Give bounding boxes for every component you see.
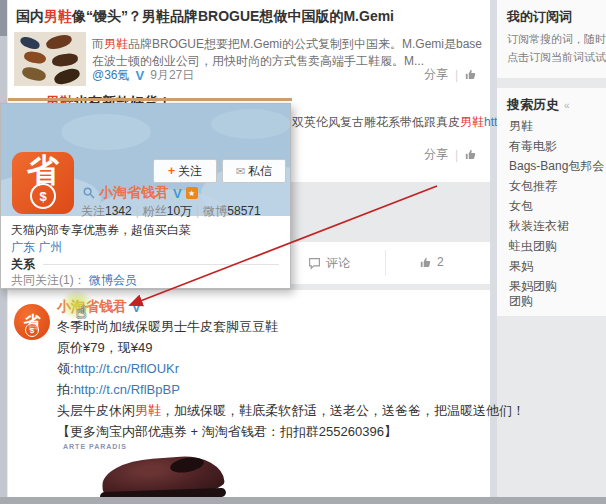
history-item[interactable]: 团购	[509, 293, 533, 310]
divider: |	[136, 204, 139, 218]
post1-date: 9月27日	[150, 67, 194, 84]
subscription-box: 我的订阅词 订阅常搜的词，随时跟踪 点击订阅当前词试试吧。	[497, 0, 606, 78]
thumbs-up-icon[interactable]	[465, 68, 478, 81]
clear-history-icon[interactable]: «	[564, 100, 570, 111]
history-item[interactable]: Bags-Bang包邦会	[509, 158, 604, 175]
post1-meta: @36氪 V 9月27日	[92, 67, 194, 84]
post2-actions: 分享 |	[424, 146, 478, 163]
mutual-follow-row: 共同关注(1)： 微博会员	[11, 272, 137, 289]
subscription-title: 我的订阅词	[507, 8, 572, 26]
avatar[interactable]: 省 $	[14, 304, 50, 340]
divider	[43, 264, 279, 265]
profile-avatar[interactable]: 省 $	[12, 152, 74, 214]
post3-line2: 原价¥79，现¥49	[57, 339, 152, 357]
stat-fans-value[interactable]: 10万	[167, 204, 192, 218]
verified-icon: V	[132, 300, 141, 315]
search-history-header: 搜索历史 «	[507, 96, 570, 114]
history-item[interactable]: 秋装连衣裙	[509, 218, 569, 235]
shoe-shape	[19, 35, 41, 51]
coupon-link[interactable]: http://t.cn/RflOUKr	[74, 361, 179, 376]
profile-location-link[interactable]: 广东 广州	[11, 239, 62, 256]
follow-button[interactable]: + 关注	[153, 159, 217, 183]
shoe-shape	[45, 33, 73, 51]
relation-section-header: 关系	[11, 256, 279, 273]
post3-line5-highlight: 男鞋	[135, 403, 161, 418]
thumbs-up-icon[interactable]	[465, 148, 478, 161]
stat-follow-value[interactable]: 1342	[105, 204, 132, 218]
profile-popup-card: 省 $ + 关注 ✉ 私信 小淘省钱君 V ★ 关注1342|粉丝10万|微博5…	[0, 103, 291, 289]
stat-fans-label: 粉丝	[143, 204, 167, 218]
history-item[interactable]: 女包推荐	[509, 178, 557, 195]
shoe-shape	[21, 65, 47, 82]
post2-body-highlight: 男鞋	[460, 115, 484, 129]
post1-title-pre: 国内	[16, 8, 44, 24]
history-item[interactable]: 女包	[509, 198, 533, 215]
avatar-glyph: 省	[27, 154, 59, 186]
post1-share-button[interactable]: 分享	[424, 66, 448, 83]
shoe-shape	[23, 50, 47, 65]
post1-author-link[interactable]: @36氪	[92, 67, 130, 84]
subscription-note-line2: 点击订阅当前词试试吧。	[507, 50, 606, 65]
divider	[385, 250, 386, 276]
divider: |	[455, 68, 458, 82]
dollar-icon: $	[25, 323, 39, 337]
post2-body-pre: 双英伦风复古雕花系带低跟真皮	[292, 115, 460, 129]
mouse-cursor-icon: ☝	[76, 302, 86, 323]
highlight-divider	[8, 98, 292, 101]
follow-label: 关注	[178, 163, 202, 180]
mutual-follow-link[interactable]: 微博会员	[89, 273, 137, 287]
post-card-1: 国内男鞋像“馒头”？男鞋品牌BROGUE想做中国版的M.Gemi 而男鞋品牌BR…	[8, 0, 490, 92]
profile-username-link[interactable]: 小淘省钱君	[99, 184, 169, 202]
thumbs-up-icon	[420, 256, 433, 269]
private-message-button[interactable]: ✉ 私信	[222, 159, 286, 183]
search-history-box: 搜索历史 « 男鞋 有毒电影 Bags-Bang包邦会 女包推荐 女包 秋装连衣…	[497, 88, 606, 316]
page: 国内男鞋像“馒头”？男鞋品牌BROGUE想做中国版的M.Gemi 而男鞋品牌BR…	[0, 0, 606, 504]
post3-line5-pre: 头层牛皮休闲	[57, 403, 135, 418]
cloud-shape	[61, 114, 151, 150]
post1-actions: 分享 |	[424, 66, 478, 83]
comment-label: 评论	[326, 255, 350, 272]
brand-watermark: ARTE PARADIS	[63, 443, 127, 450]
envelope-icon: ✉	[236, 165, 245, 178]
history-item[interactable]: 果妈	[509, 258, 533, 275]
buy-link[interactable]: http://t.cn/RflBpBP	[74, 382, 180, 397]
subscription-note-line1: 订阅常搜的词，随时跟踪	[507, 32, 606, 47]
relation-title: 关系	[11, 256, 35, 273]
post3-line6: 【更多淘宝内部优惠券 + 淘淘省钱君：扣扣群255260396】	[57, 423, 397, 441]
post3-line5-rest: ，加绒保暖，鞋底柔软舒适，送老公，送爸爸，把温暖送他们！	[161, 403, 525, 418]
coupon-label: 领:	[57, 361, 74, 376]
post1-thumbnail-image[interactable]	[14, 32, 86, 86]
window-left-edge-top	[0, 0, 7, 36]
mutual-follow-label: 共同关注(1)：	[11, 273, 86, 287]
history-item[interactable]: 有毒电影	[509, 138, 557, 155]
verified-icon: V	[173, 186, 182, 201]
post1-body-pre: 而	[92, 37, 104, 51]
stat-posts-value[interactable]: 58571	[227, 204, 260, 218]
plus-icon: +	[168, 164, 175, 178]
post2-share-button[interactable]: 分享	[424, 146, 448, 163]
window-bottom-edge	[0, 497, 606, 504]
search-icon	[83, 187, 95, 199]
divider: |	[455, 148, 458, 162]
post1-title-rest: 像“馒头”？男鞋品牌BROGUE想做中国版的M.Gemi	[72, 8, 394, 24]
column-gap	[490, 0, 497, 504]
post3-line3: 领:http://t.cn/RflOUKr	[57, 360, 179, 378]
like-count: 2	[437, 255, 444, 269]
dm-label: 私信	[248, 163, 272, 180]
history-item[interactable]: 男鞋	[509, 118, 533, 135]
search-history-title: 搜索历史	[507, 96, 559, 114]
stat-posts-label: 微博	[203, 204, 227, 218]
post1-body: 而男鞋品牌BROGUE想要把M.Gemi的公式复制到中国来。M.Gemi是bas…	[92, 36, 484, 70]
buy-label: 拍:	[57, 382, 74, 397]
like-button[interactable]: 2	[420, 255, 444, 269]
cloud-shape	[211, 109, 290, 139]
vip-badge-icon: ★	[186, 187, 198, 199]
post1-body-rest: 品牌BROGUE想要把M.Gemi的公式复制到中国来。M.Gemi是base在波…	[92, 37, 482, 68]
comment-icon	[308, 257, 321, 270]
shoe-shape	[51, 52, 78, 68]
post1-title[interactable]: 国内男鞋像“馒头”？男鞋品牌BROGUE想做中国版的M.Gemi	[16, 8, 394, 26]
post3-line4: 拍:http://t.cn/RflBpBP	[57, 381, 180, 399]
verified-icon: V	[136, 68, 145, 83]
comment-button[interactable]: 评论	[308, 255, 350, 272]
history-item[interactable]: 蛀虫团购	[509, 238, 557, 255]
